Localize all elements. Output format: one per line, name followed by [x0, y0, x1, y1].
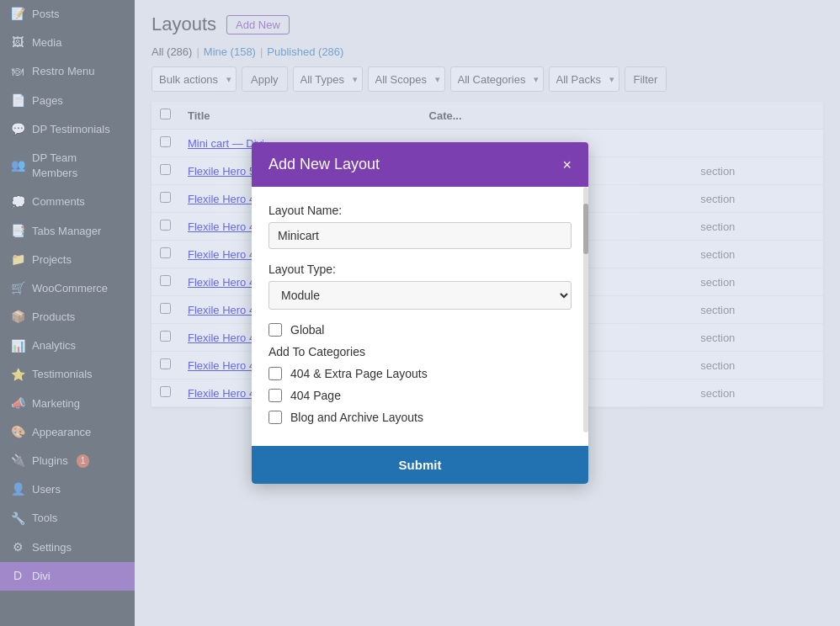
- modal-scrollbar[interactable]: [583, 187, 588, 432]
- add-new-layout-modal: Add New Layout × Layout Name: Layout Typ…: [252, 142, 588, 484]
- category-label-cat2: 404 Page: [290, 389, 341, 402]
- modal-header: Add New Layout ×: [252, 142, 588, 187]
- category-checkbox-cat3[interactable]: [268, 411, 282, 424]
- add-to-categories-label: Add To Categories: [268, 345, 572, 358]
- global-checkbox-row: Global: [268, 323, 572, 337]
- modal-body: Layout Name: Layout Type: Module Global …: [252, 187, 588, 432]
- modal-overlay[interactable]: Add New Layout × Layout Name: Layout Typ…: [0, 0, 840, 626]
- modal-close-button[interactable]: ×: [562, 157, 572, 172]
- layout-name-input[interactable]: [268, 222, 572, 249]
- global-label: Global: [290, 323, 324, 337]
- category-checkbox-cat2[interactable]: [268, 389, 282, 402]
- category-label-cat1: 404 & Extra Page Layouts: [290, 367, 428, 380]
- global-checkbox[interactable]: [268, 323, 282, 337]
- category-row-cat2: 404 Page: [268, 389, 572, 402]
- layout-name-group: Layout Name:: [268, 204, 572, 249]
- layout-type-label: Layout Type:: [268, 263, 572, 276]
- category-checkbox-cat1[interactable]: [268, 367, 282, 380]
- layout-name-label: Layout Name:: [268, 204, 572, 217]
- layout-type-select[interactable]: Module: [268, 281, 572, 310]
- submit-button[interactable]: Submit: [252, 446, 588, 484]
- modal-scrollbar-thumb: [583, 204, 588, 254]
- modal-title: Add New Layout: [268, 156, 380, 173]
- layout-type-group: Layout Type: Module: [268, 263, 572, 310]
- modal-footer: Submit: [252, 432, 588, 484]
- category-label-cat3: Blog and Archive Layouts: [290, 411, 423, 424]
- category-row-cat1: 404 & Extra Page Layouts: [268, 367, 572, 380]
- category-row-cat3: Blog and Archive Layouts: [268, 411, 572, 424]
